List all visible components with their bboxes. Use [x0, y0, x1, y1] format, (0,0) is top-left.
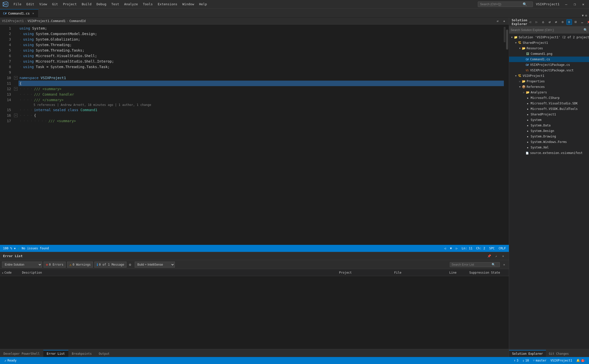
status-ready[interactable]: ✓ Ready	[3, 357, 19, 364]
close-button[interactable]: ✕	[579, 1, 587, 7]
filter-icon[interactable]: ⚙	[129, 263, 131, 267]
breadcrumb-class[interactable]: VSIXProject1.Command1	[28, 19, 66, 23]
tree-ref-mscsharp[interactable]: ▪ Microsoft.CSharp	[509, 95, 589, 101]
expand-references[interactable]: ▼	[518, 85, 522, 89]
code-content[interactable]: using System; ·using System.ComponentMod…	[19, 25, 504, 245]
se-search-bar[interactable]: 🔍	[509, 27, 589, 34]
se-back-button[interactable]: ◁	[527, 19, 533, 25]
tree-ref-systemdesign[interactable]: ▪ System.Design	[509, 128, 589, 134]
se-home-button[interactable]: ⌂	[540, 19, 546, 25]
zoom-dropdown-icon[interactable]: ▼	[14, 247, 16, 250]
error-search-input[interactable]	[452, 263, 492, 266]
expand-resources[interactable]: ▼	[518, 47, 522, 50]
expand-shared-project[interactable]: ▼	[514, 41, 518, 45]
expand-properties[interactable]: ▷	[518, 80, 522, 83]
se-search-input[interactable]	[511, 28, 582, 32]
se-sync-button[interactable]: ⇄	[553, 19, 559, 25]
menu-extensions[interactable]: Extensions	[155, 1, 180, 7]
tab-error-list[interactable]: Error List	[43, 350, 68, 357]
tab-output[interactable]: Output	[95, 350, 113, 357]
status-project-name[interactable]: VSIXProject1	[548, 357, 574, 364]
errors-badge[interactable]: ⊗ 0 Errors	[44, 262, 66, 268]
messages-badge[interactable]: ℹ 0 of 1 Message	[94, 262, 126, 268]
eol[interactable]: CRLF	[499, 247, 506, 250]
breadcrumb-project[interactable]: VSIXProject1	[2, 19, 24, 23]
menu-edit[interactable]: Edit	[24, 1, 37, 7]
tree-ref-systemwinforms[interactable]: ▪ System.Windows.Forms	[509, 139, 589, 145]
error-scope-select[interactable]: Entire Solution Current Document	[2, 262, 42, 268]
col-description[interactable]: Description	[22, 271, 339, 274]
tree-ref-vssdk-buildtools[interactable]: ▪ Microsoft.VSSDK.BuildTools	[509, 106, 589, 112]
tree-command1-png[interactable]: 🖼 Command1.png	[509, 51, 589, 57]
tab-developer-powershell[interactable]: Developer PowerShell	[0, 350, 43, 357]
menu-file[interactable]: File	[11, 1, 24, 7]
tree-solution[interactable]: ▼ 📁 Solution 'VSIXProject1' (2 of 2 proj…	[509, 35, 589, 40]
expand-analyzers[interactable]: ▷	[522, 91, 526, 94]
code-editor[interactable]: 1 2 3 4 5 6 7 8 9 10 11 12 13 14 15 16	[0, 25, 509, 245]
clear-search-button[interactable]: ✕	[501, 262, 507, 267]
se-more-button[interactable]: …	[579, 19, 585, 25]
tree-vsixpackage-cs[interactable]: C# VSIXProject1Package.cs	[509, 62, 589, 68]
tab-close-button[interactable]: ✕	[31, 12, 35, 16]
se-solution-view-button[interactable]: ≡	[566, 19, 572, 25]
encoding[interactable]: SPC	[489, 247, 495, 250]
se-filter-button[interactable]: ⊡	[573, 19, 578, 25]
sync-nav-button[interactable]: ⇄	[495, 18, 500, 24]
menu-test[interactable]: Test	[109, 1, 122, 7]
tree-ref-sharedproject[interactable]: ▪ SharedProject1	[509, 112, 589, 117]
se-refresh-button[interactable]: ↺	[547, 19, 552, 25]
outline-collapse-method[interactable]: −	[14, 114, 18, 117]
tree-ref-systemxml[interactable]: ▪ System.Xml	[509, 145, 589, 150]
menu-search-input[interactable]	[480, 3, 523, 6]
minimize-button[interactable]: —	[562, 1, 570, 7]
overview-ruler[interactable]	[504, 25, 505, 245]
col-file[interactable]: File	[394, 271, 449, 274]
nav-prev-icon[interactable]: ◁	[444, 247, 446, 250]
settings-icon[interactable]: ⚙	[585, 14, 587, 17]
expand-solution[interactable]: ▼	[510, 36, 514, 39]
tree-command1-cs[interactable]: C# Command1.cs	[509, 57, 589, 62]
scroll-thumb[interactable]	[506, 30, 508, 50]
status-git-down[interactable]: ↓ 10	[520, 357, 531, 364]
se-forward-button[interactable]: ▷	[534, 19, 539, 25]
codelens-line[interactable]: 5 references | Andrew Arnott, 18 minutes…	[19, 103, 504, 107]
tree-ref-msvssdk[interactable]: ▪ Microsoft.VisualStudio.SDK	[509, 101, 589, 106]
maximize-button[interactable]: ❐	[571, 1, 578, 7]
tree-vsixmanifest[interactable]: 📄 source.extension.vsixmanifest	[509, 150, 589, 156]
expand-vsix-project[interactable]: ▼	[514, 74, 518, 78]
outline-collapse-class[interactable]: −	[14, 87, 18, 91]
col-project[interactable]: Project	[339, 271, 394, 274]
menu-project[interactable]: Project	[60, 1, 79, 7]
menu-search-box[interactable]: 🔍	[478, 2, 533, 7]
add-item-button[interactable]: ✚	[501, 18, 507, 24]
menu-git[interactable]: Git	[50, 1, 60, 7]
issues-status-text[interactable]: No issues found	[22, 247, 49, 250]
tree-properties[interactable]: ▷ 📂 Properties	[509, 79, 589, 84]
tree-ref-system[interactable]: ▪ System	[509, 117, 589, 123]
menu-build[interactable]: Build	[79, 1, 94, 7]
menu-view[interactable]: View	[37, 1, 50, 7]
tree-vsixpackage-vsct[interactable]: VS VSIXProject1Package.vsct	[509, 68, 589, 73]
se-pin-button[interactable]: 📌	[586, 19, 589, 25]
se-search-icon[interactable]: 🔍	[583, 28, 587, 32]
se-tab-git-changes[interactable]: Git Changes	[546, 350, 572, 357]
se-tab-solution-explorer[interactable]: Solution Explorer	[509, 350, 546, 357]
tree-ref-systemdata[interactable]: ▪ System.Data	[509, 123, 589, 128]
error-search-box[interactable]: 🔍	[450, 262, 500, 267]
float-panel-button[interactable]: ↗	[493, 253, 499, 259]
close-panel-button[interactable]: ✕	[500, 253, 506, 259]
tab-dropdown-icon[interactable]: ▼	[582, 14, 584, 17]
status-git-up[interactable]: ↑ 3	[512, 357, 520, 364]
col-code[interactable]: ▲ Code	[2, 271, 22, 274]
breadcrumb-member[interactable]: CommandId	[69, 19, 86, 23]
tree-ref-systemdrawing[interactable]: ▪ System.Drawing	[509, 134, 589, 139]
outline-collapse-namespace[interactable]: −	[14, 76, 18, 80]
nav-next-icon[interactable]: ▷	[456, 247, 458, 250]
se-tree[interactable]: ▼ 📁 Solution 'VSIXProject1' (2 of 2 proj…	[509, 34, 589, 349]
tree-shared-project[interactable]: ▼ 🏗 SharedProject1	[509, 40, 589, 46]
tree-analyzers[interactable]: ▷ 📂 Analyzers	[509, 90, 589, 95]
nav-dropdown-icon[interactable]: ▼	[450, 247, 452, 250]
editor-scrollbar[interactable]	[505, 25, 509, 245]
menu-debug[interactable]: Debug	[94, 1, 109, 7]
tree-vsix-project[interactable]: ▼ 🏗 VSIXProject1	[509, 73, 589, 79]
